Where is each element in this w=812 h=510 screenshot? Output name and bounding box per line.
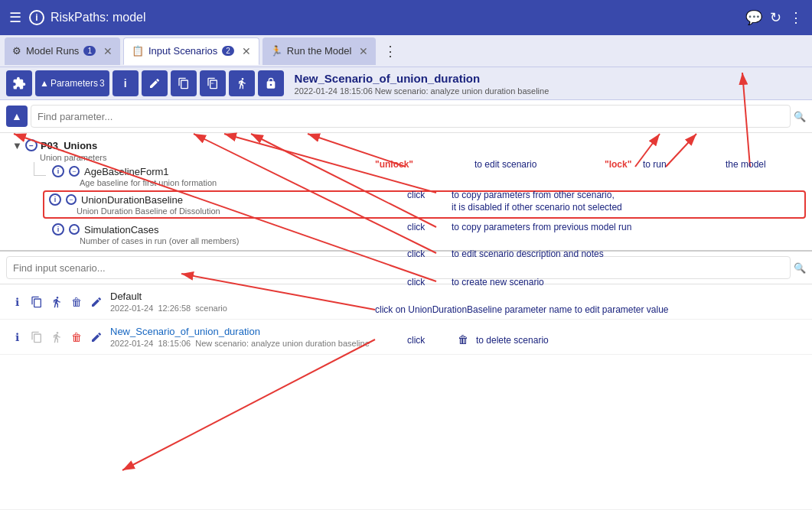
param-tree: ▼ − P03_Unions Union parameters i − AgeB…	[0, 133, 812, 250]
default-run-icon[interactable]	[49, 294, 64, 310]
default-scenario-info: Default 2022-01-24 12:26:58 scenario	[110, 291, 803, 313]
param-item-union-duration-highlighted: i − UnionDurationBaseline Union Duration…	[43, 190, 806, 219]
edit-desc-btn[interactable]	[142, 70, 168, 96]
param-item-age-header: i − AgeBaselineForm1	[52, 165, 806, 177]
tab-run-model-icon: 🏃	[270, 45, 282, 57]
tab-run-model-label: Run the Model	[287, 45, 352, 57]
new-info-icon[interactable]: ℹ	[9, 330, 24, 345]
group-minus-icon: −	[25, 139, 38, 151]
default-info-icon[interactable]: ℹ	[9, 294, 24, 310]
tab-model-runs-label: Model Runs	[26, 45, 79, 57]
app-title-container: i RiskPaths: model	[29, 10, 146, 25]
new-edit-icon[interactable]	[89, 330, 104, 345]
app-title: RiskPaths: model	[51, 11, 146, 24]
union-duration-desc: Union Duration Baseline of Dissolution	[77, 206, 800, 216]
tab-run-model[interactable]: 🏃 Run the Model ✕	[263, 37, 377, 65]
scenario-item-default: ℹ 🗑 Default 2022-01-24 12:26:58 scenario	[0, 284, 812, 320]
top-bar: ☰ i RiskPaths: model 💬 ↻ ⋮	[0, 0, 812, 35]
chevron-up-icon: ▲	[40, 78, 49, 89]
param-item-age-baseline: i − AgeBaselineForm1 Age baseline for fi…	[0, 162, 812, 189]
param-search-bar: ▲ 🔍	[0, 100, 812, 133]
lock-btn[interactable]	[258, 70, 284, 96]
param-group-unions: ▼ − P03_Unions Union parameters i − AgeB…	[0, 136, 812, 247]
tab-run-model-close[interactable]: ✕	[359, 45, 368, 57]
new-delete-icon[interactable]: 🗑	[69, 330, 84, 345]
new-run-icon[interactable]	[49, 330, 64, 345]
tab-more-button[interactable]: ⋮	[377, 43, 403, 60]
tab-input-scenarios-close[interactable]: ✕	[242, 45, 251, 57]
param-panel: ▲ 🔍 ▼ − P03_Unions Union parameters i −	[0, 100, 812, 252]
simulation-minus-icon: −	[69, 224, 80, 235]
scenario-list-section: 🔍 ℹ 🗑 Default 2022-01-24 12:26:58 scenar	[0, 252, 812, 509]
union-duration-header: i − UnionDurationBaseline	[49, 193, 800, 206]
simulation-name[interactable]: SimulationCases	[84, 224, 159, 236]
tab-bar: ⚙ Model Runs 1 ✕ 📋 Input Scenarios 2 ✕ 🏃…	[0, 35, 812, 67]
param-search-input[interactable]	[31, 105, 791, 128]
new-copy-params-icon[interactable]	[29, 330, 44, 345]
tab-model-runs-badge: 1	[83, 46, 96, 56]
run-model-btn[interactable]	[229, 70, 255, 96]
scenario-search-bar: 🔍	[0, 252, 812, 284]
default-scenario-date: 2022-01-24 12:26:58 scenario	[110, 304, 803, 313]
default-scenario-name: Default	[110, 291, 803, 302]
union-minus-icon: −	[66, 194, 77, 205]
default-scenario-icons: ℹ 🗑	[9, 294, 104, 310]
info-btn[interactable]: i	[113, 70, 139, 96]
refresh-icon[interactable]: ↻	[770, 9, 781, 26]
tab-model-runs-icon: ⚙	[12, 45, 21, 57]
param-search-icon[interactable]: 🔍	[794, 111, 806, 122]
new-scenario-info: New_Scenario_of_union_duration 2022-01-2…	[110, 326, 803, 348]
toolbar: ▲ Parameters 3 i New_Scenario_of_union_d…	[0, 67, 812, 100]
tab-input-scenarios[interactable]: 📋 Input Scenarios 2 ✕	[123, 37, 259, 65]
scenario-search-input[interactable]	[6, 256, 791, 279]
union-duration-name[interactable]: UnionDurationBaseline	[81, 194, 183, 206]
tree-expand-arrow: ▼	[12, 140, 22, 151]
new-scenario-name: New_Scenario_of_union_duration	[110, 326, 803, 337]
tab-input-scenarios-icon: 📋	[132, 45, 144, 57]
copy-params-run-btn[interactable]	[200, 70, 226, 96]
parameters-badge: 3	[99, 78, 105, 89]
tab-model-runs-close[interactable]: ✕	[103, 45, 113, 57]
info-circle-icon: i	[29, 10, 44, 25]
simulation-desc: Number of cases in run (over all members…	[80, 236, 806, 245]
group-name: P03_Unions	[41, 140, 97, 151]
group-desc: Union parameters	[0, 153, 812, 162]
tab-model-runs[interactable]: ⚙ Model Runs 1 ✕	[5, 37, 120, 65]
main-content: ▲ 🔍 ▼ − P03_Unions Union parameters i −	[0, 100, 812, 509]
union-info-btn[interactable]: i	[49, 193, 61, 206]
parameters-label: Parameters	[51, 78, 98, 89]
puzzle-icon-btn[interactable]	[6, 70, 32, 96]
collapse-param-btn[interactable]: ▲	[6, 106, 28, 127]
comment-icon[interactable]: 💬	[745, 9, 762, 26]
hamburger-icon[interactable]: ☰	[9, 9, 21, 26]
new-scenario-icons: ℹ 🗑	[9, 330, 104, 345]
parameters-group-btn[interactable]: ▲ Parameters 3	[35, 70, 109, 96]
default-copy-params-icon[interactable]	[29, 294, 44, 310]
age-baseline-name[interactable]: AgeBaselineForm1	[84, 166, 169, 177]
more-vertical-icon[interactable]: ⋮	[789, 9, 803, 26]
tab-input-scenarios-badge: 2	[222, 46, 234, 56]
top-bar-actions: 💬 ↻ ⋮	[745, 9, 803, 26]
default-edit-icon[interactable]	[89, 294, 104, 310]
param-item-simulation: i − SimulationCases Number of cases in r…	[0, 220, 812, 247]
param-group-unions-header[interactable]: ▼ − P03_Unions	[0, 136, 812, 153]
scenario-date: 2022-01-24 18:15:06 New scenario: analyz…	[295, 86, 549, 96]
scenario-name: New_Scenario_of_union_duration	[295, 72, 549, 85]
scenario-info: New_Scenario_of_union_duration 2022-01-2…	[295, 72, 549, 96]
new-scenario-date: 2022-01-24 18:15:06 New scenario: analyz…	[110, 339, 803, 348]
tab-input-scenarios-label: Input Scenarios	[148, 45, 217, 57]
simulation-info-btn[interactable]: i	[52, 223, 64, 236]
age-minus-icon: −	[69, 166, 80, 177]
default-delete-icon[interactable]: 🗑	[69, 294, 84, 310]
scenario-search-icon[interactable]: 🔍	[794, 262, 806, 274]
copy-params-other-btn[interactable]	[171, 70, 197, 96]
age-baseline-desc: Age baseline for first union formation	[80, 178, 806, 187]
scenario-item-new: ℹ 🗑 New_Scenario_of_union_duration 2022-…	[0, 320, 812, 355]
simulation-header: i − SimulationCases	[52, 223, 806, 236]
age-info-btn[interactable]: i	[52, 165, 64, 177]
